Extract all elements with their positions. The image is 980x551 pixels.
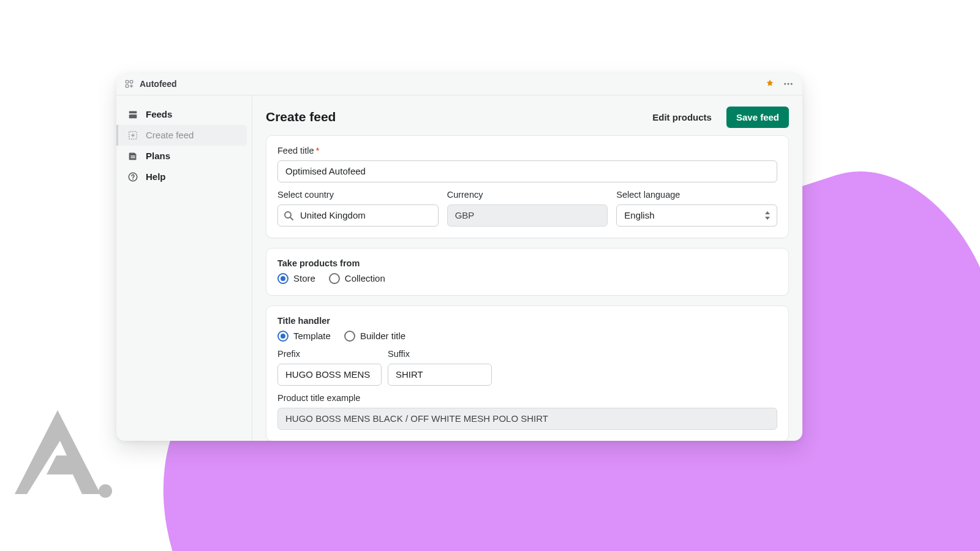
currency-field: Currency bbox=[447, 190, 608, 227]
radio-collection[interactable]: Collection bbox=[329, 273, 385, 284]
help-icon bbox=[127, 171, 138, 182]
create-feed-icon bbox=[127, 130, 138, 141]
svg-rect-3 bbox=[126, 85, 128, 88]
radio-template[interactable]: Template bbox=[277, 331, 331, 342]
svg-point-13 bbox=[132, 179, 134, 180]
titlebar-left: Autofeed bbox=[125, 79, 177, 89]
app-icon bbox=[125, 80, 134, 88]
titlebar-right bbox=[766, 78, 794, 89]
radio-label: Builder title bbox=[360, 331, 405, 341]
radio-dot-icon bbox=[277, 273, 288, 284]
currency-display bbox=[447, 204, 608, 227]
feeds-icon bbox=[127, 109, 138, 120]
prefix-label: Prefix bbox=[277, 349, 382, 359]
svg-rect-10 bbox=[130, 156, 135, 156]
language-label: Select language bbox=[616, 190, 777, 200]
example-field: Product title example bbox=[277, 393, 777, 430]
prefix-field: Prefix bbox=[277, 349, 382, 386]
plans-icon bbox=[127, 151, 138, 162]
radio-builder-title[interactable]: Builder title bbox=[344, 331, 405, 342]
pin-icon[interactable] bbox=[766, 80, 774, 88]
page-head: Create feed Edit products Save feed bbox=[266, 104, 789, 135]
svg-point-6 bbox=[791, 83, 793, 85]
head-actions: Edit products Save feed bbox=[649, 107, 789, 128]
sidebar-item-feeds[interactable]: Feeds bbox=[121, 104, 247, 125]
svg-point-5 bbox=[788, 83, 790, 85]
sidebar-item-label: Plans bbox=[146, 151, 170, 161]
suffix-label: Suffix bbox=[388, 349, 492, 359]
page-title: Create feed bbox=[266, 110, 336, 124]
titlebar: Autofeed bbox=[116, 73, 802, 96]
prefix-input[interactable] bbox=[277, 364, 382, 386]
title-handler-card: Title handler Template Builder title Pre… bbox=[266, 305, 789, 441]
app-title: Autofeed bbox=[140, 79, 177, 89]
radio-dot-icon bbox=[277, 331, 288, 342]
sidebar-item-label: Feeds bbox=[146, 109, 172, 119]
title-handler-label: Title handler bbox=[277, 316, 777, 326]
svg-rect-8 bbox=[129, 114, 137, 118]
edit-products-button[interactable]: Edit products bbox=[649, 107, 715, 127]
svg-point-0 bbox=[99, 484, 112, 498]
save-feed-button[interactable]: Save feed bbox=[726, 107, 789, 128]
required-asterisk: * bbox=[316, 146, 320, 156]
radio-label: Template bbox=[293, 331, 331, 341]
example-label: Product title example bbox=[277, 393, 777, 403]
source-label: Take products from bbox=[277, 258, 777, 268]
sidebar-item-label: Create feed bbox=[146, 130, 194, 140]
sidebar-item-help[interactable]: Help bbox=[121, 167, 247, 187]
radio-dot-icon bbox=[329, 273, 340, 284]
more-icon[interactable] bbox=[783, 78, 794, 89]
sidebar-item-plans[interactable]: Plans bbox=[121, 146, 247, 167]
language-field: Select language bbox=[616, 190, 777, 227]
country-input[interactable] bbox=[277, 204, 439, 227]
search-icon bbox=[284, 211, 293, 220]
svg-rect-11 bbox=[130, 157, 135, 157]
svg-rect-2 bbox=[130, 81, 132, 83]
svg-rect-1 bbox=[126, 81, 128, 83]
radio-store[interactable]: Store bbox=[277, 273, 315, 284]
sidebar: Feeds Create feed Plans Help bbox=[116, 96, 252, 441]
feed-title-input[interactable] bbox=[277, 160, 777, 182]
radio-dot-icon bbox=[344, 331, 355, 342]
radio-label: Collection bbox=[345, 273, 385, 283]
suffix-field: Suffix bbox=[388, 349, 492, 386]
sort-icon bbox=[764, 211, 771, 220]
country-label: Select country bbox=[277, 190, 439, 200]
feed-info-card: Feed title* Select country bbox=[266, 135, 789, 238]
source-card: Take products from Store Collection bbox=[266, 248, 789, 296]
svg-point-4 bbox=[784, 83, 786, 85]
language-select[interactable] bbox=[616, 204, 777, 227]
currency-label: Currency bbox=[447, 190, 608, 200]
suffix-input[interactable] bbox=[388, 364, 492, 386]
main: Create feed Edit products Save feed Feed… bbox=[252, 96, 802, 441]
radio-label: Store bbox=[293, 273, 315, 283]
example-display bbox=[277, 408, 777, 430]
svg-rect-7 bbox=[129, 111, 137, 113]
sidebar-item-create-feed[interactable]: Create feed bbox=[116, 125, 247, 146]
sidebar-item-label: Help bbox=[146, 171, 166, 182]
feed-title-label: Feed title* bbox=[277, 146, 777, 156]
brand-mark bbox=[15, 405, 113, 503]
app-window: Autofeed Feeds Create feed bbox=[116, 73, 802, 441]
country-field: Select country bbox=[277, 190, 439, 227]
